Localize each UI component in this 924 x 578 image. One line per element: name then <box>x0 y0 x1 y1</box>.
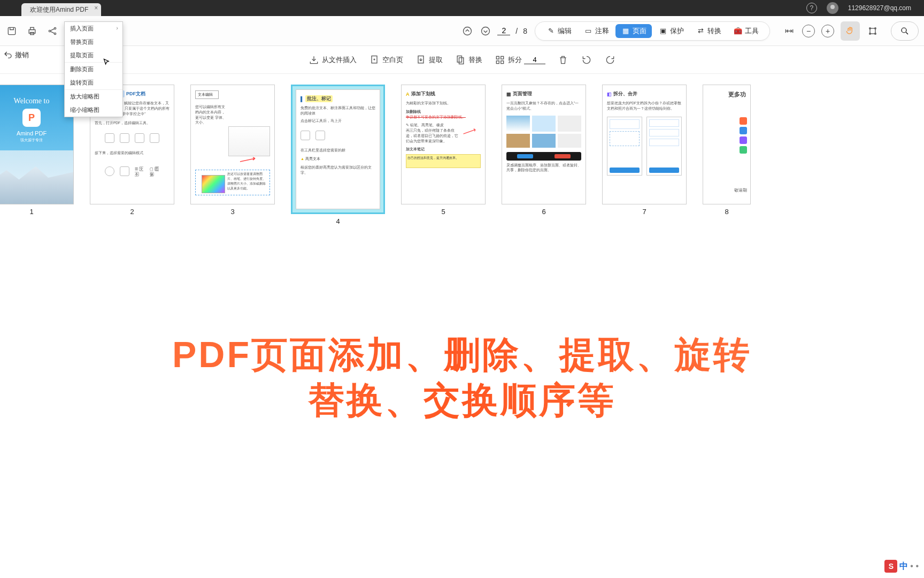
thumb-6[interactable]: ▦页面管理 一页页翻找又麻烦？不存在的，点击进入"一览众山小"模式。 灵感调整页… <box>502 85 586 225</box>
mode-tools[interactable]: 🧰工具 <box>728 24 764 38</box>
avatar[interactable] <box>827 2 838 14</box>
mode-annotate[interactable]: ▭注释 <box>578 24 614 38</box>
thumb-4[interactable]: ▌批注、标记 免费的批注文本、标注界面工具和功能，让您的阅读体 点击标记工具后，… <box>291 85 385 225</box>
page-sep: / <box>515 27 518 35</box>
delete-icon[interactable] <box>557 54 569 66</box>
ime-lang: 中 <box>899 561 908 572</box>
save-icon[interactable] <box>5 25 18 37</box>
replace-button[interactable]: 替换 <box>455 54 482 66</box>
feature-caption: PDF页面添加、删除、提取、旋转 替换、交换顺序等 <box>0 332 924 423</box>
ctx-zoom-in[interactable]: 放大缩略图 <box>65 89 122 103</box>
svg-rect-22 <box>501 60 504 63</box>
fit-width-icon[interactable] <box>783 25 796 37</box>
ime-badge-icon: S <box>884 560 897 573</box>
svg-rect-18 <box>459 57 464 64</box>
help-icon[interactable]: ? <box>806 3 817 13</box>
thumb-1[interactable]: Welcome to Amind PDF 强大源于专注 1 <box>0 85 74 225</box>
thumb-7[interactable]: ◧拆分、合并 想要把庞大的PDF文档拆为小份？亦或把零散文档和照片合而为一？这些… <box>602 85 687 225</box>
split-button[interactable]: 拆分 <box>494 54 545 66</box>
ctx-rotate[interactable]: 旋转页面 <box>65 76 122 89</box>
share-icon[interactable] <box>46 25 59 37</box>
page-down-icon[interactable] <box>479 25 492 37</box>
toolbox-icon: 🧰 <box>733 26 743 36</box>
extract-button[interactable]: 提取 <box>415 54 443 66</box>
insert-from-file-button[interactable]: 从文件插入 <box>308 54 357 66</box>
rotate-right-icon[interactable] <box>604 54 616 66</box>
document-tab[interactable]: 欢迎使用Amind PDF × <box>21 3 101 16</box>
split-count-input[interactable] <box>524 56 545 64</box>
ctx-zoom-out[interactable]: 缩小缩略图 <box>65 103 122 117</box>
print-icon[interactable] <box>26 25 38 37</box>
view-controls: − + <box>783 21 879 41</box>
extract-icon <box>415 54 427 66</box>
titlebar: 欢迎使用Amind PDF × ? 1129628927@qq.com <box>0 0 924 16</box>
page-up-icon[interactable] <box>461 25 474 37</box>
thumb-5[interactable]: A添加下划线 为精彩的文字添加下划线。 加删除线 争议都不可要舍的文字添加删除线… <box>401 85 486 225</box>
main-toolbar: / 8 ✎编辑 ▭注释 ▦页面 ▣保护 ⇄转换 🧰工具 − + <box>0 16 924 46</box>
mode-page[interactable]: ▦页面 <box>615 24 652 38</box>
replace-icon <box>455 54 466 66</box>
tab-title: 欢迎使用Amind PDF <box>30 5 88 14</box>
app-logo-icon <box>22 109 41 127</box>
page-current-input[interactable] <box>497 26 510 35</box>
svg-point-14 <box>902 28 906 33</box>
zoom-out-button[interactable]: − <box>802 25 815 37</box>
svg-rect-9 <box>870 28 875 34</box>
svg-point-8 <box>482 27 490 35</box>
mode-convert[interactable]: ⇄转换 <box>690 24 727 38</box>
split-icon <box>494 54 506 66</box>
page-ops-toolbar: 撤销 从文件插入 空白页 提取 替换 拆分 <box>0 46 924 74</box>
page-navigator: / 8 <box>461 25 527 37</box>
ime-indicator[interactable]: S 中 • • <box>884 560 919 573</box>
svg-point-5 <box>54 27 56 29</box>
undo-button[interactable]: 撤销 <box>3 50 29 60</box>
svg-rect-0 <box>8 27 15 34</box>
blank-page-icon <box>368 54 380 66</box>
user-email: 1129628927@qq.com <box>848 4 911 12</box>
svg-rect-21 <box>496 60 499 63</box>
mode-edit[interactable]: ✎编辑 <box>541 24 577 38</box>
svg-point-7 <box>464 27 472 35</box>
rotate-left-icon[interactable] <box>581 54 592 66</box>
cover-welcome: Welcome to <box>14 97 50 105</box>
gradient-swatch <box>202 175 225 193</box>
thumb-3[interactable]: 文本编辑 您可以编辑所有文档内的文本内容，更可以变更 字体、大小、 您还可以按需… <box>190 85 275 225</box>
svg-rect-20 <box>501 56 504 59</box>
zoom-in-button[interactable]: + <box>821 25 834 37</box>
svg-rect-2 <box>30 27 34 29</box>
blank-page-button[interactable]: 空白页 <box>368 54 403 66</box>
context-menu: 插入页面 替换页面 提取页面 删除页面 旋转页面 放大缩略图 缩小缩略图 <box>64 74 123 117</box>
svg-rect-17 <box>457 56 461 62</box>
svg-rect-19 <box>496 56 499 59</box>
close-icon[interactable]: × <box>94 4 98 12</box>
page-total: 8 <box>523 27 527 35</box>
mode-protect[interactable]: ▣保护 <box>653 24 689 38</box>
pencil-icon: ✎ <box>546 26 556 36</box>
mode-switcher: ✎编辑 ▭注释 ▦页面 ▣保护 ⇄转换 🧰工具 <box>535 21 770 41</box>
thumbnail-strip: Welcome to Amind PDF 强大源于专注 1 ✎轻松编辑PDF文档… <box>0 74 924 225</box>
thumb-8[interactable]: 更多功 敬请期 8 <box>703 85 751 225</box>
grid-icon: ▦ <box>621 26 630 36</box>
hand-tool[interactable] <box>841 21 860 41</box>
search-input[interactable] <box>891 21 919 41</box>
import-icon <box>308 54 320 66</box>
shield-icon: ▣ <box>658 26 668 36</box>
crop-icon[interactable] <box>866 25 879 37</box>
note-icon: ▭ <box>583 26 593 36</box>
svg-point-6 <box>54 33 56 34</box>
cover-appname: Amind PDF <box>17 130 47 136</box>
svg-rect-1 <box>29 29 35 33</box>
convert-icon: ⇄ <box>696 26 705 36</box>
svg-point-4 <box>49 30 50 32</box>
